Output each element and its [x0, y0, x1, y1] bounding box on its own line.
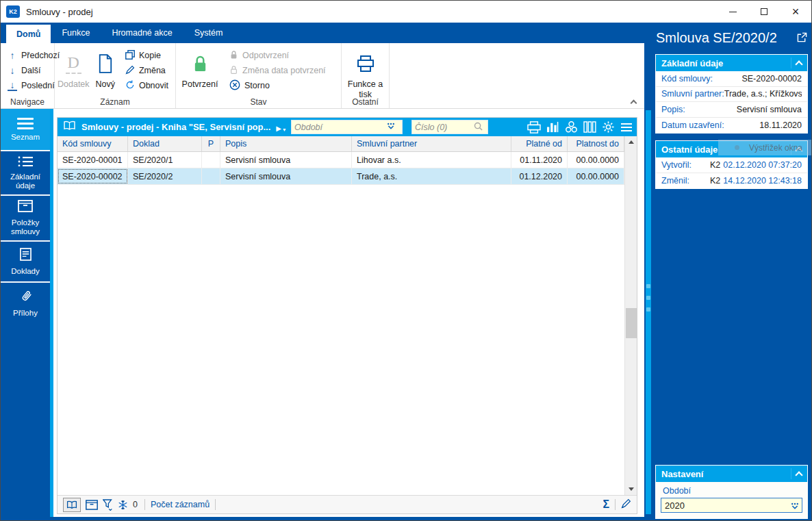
cell-kod[interactable]: SE-2020-00002 — [58, 168, 128, 184]
section-title: Základní údaje — [661, 58, 791, 68]
printer-icon — [357, 50, 375, 77]
dropdown-dots-icon[interactable] — [386, 121, 396, 134]
snowflake-icon[interactable] — [118, 500, 128, 510]
scroll-down-button[interactable] — [625, 483, 637, 495]
splitter-dot — [646, 307, 650, 312]
cell-p[interactable] — [202, 168, 220, 184]
cell-doklad[interactable]: SE/2020/2 — [128, 168, 202, 184]
refresh-label: Obnovit — [139, 81, 168, 90]
columns-icon[interactable] — [582, 120, 597, 135]
copy-label: Kopie — [139, 51, 161, 60]
refresh-button[interactable]: Obnovit — [121, 78, 173, 93]
table-row[interactable]: SE-2020-00001 SE/2020/1 Servisní smlouva… — [58, 152, 637, 168]
period-input[interactable] — [661, 498, 802, 513]
print-icon[interactable] — [526, 120, 542, 135]
minimize-button[interactable] — [717, 1, 748, 23]
field-row: Popis: Servisní smlouva — [656, 102, 807, 118]
scroll-up-button[interactable] — [625, 136, 637, 148]
cell-popis[interactable]: Servisní smlouva — [220, 168, 352, 184]
search-icon[interactable] — [474, 121, 483, 134]
collapse-ribbon-button[interactable] — [628, 97, 639, 107]
next-label: Další — [21, 66, 40, 75]
field-label: Datum uzavření: — [661, 120, 724, 130]
book-view-button[interactable] — [63, 498, 81, 512]
open-external-icon[interactable] — [797, 30, 807, 46]
close-button[interactable]: × — [780, 1, 811, 23]
cell-platne-od[interactable]: 01.12.2020 — [511, 168, 568, 184]
pencil-icon — [125, 65, 135, 77]
frozen-count: 0 — [133, 500, 138, 509]
period-filter-input[interactable] — [292, 120, 386, 134]
sidebar-item-doklady[interactable]: Doklady — [1, 242, 50, 283]
chart-icon[interactable] — [545, 120, 560, 135]
field-label: Vytvořil: — [661, 160, 692, 170]
table-row-selected[interactable]: SE-2020-00002 SE/2020/2 Servisní smlouva… — [58, 168, 637, 185]
menu-icon[interactable] — [619, 120, 634, 135]
book-select-button[interactable]: ▶ ▾ — [276, 121, 281, 134]
storno-button[interactable]: Storno — [225, 78, 330, 93]
maximize-button[interactable] — [748, 1, 780, 23]
play-icon: ▶ — [276, 125, 281, 132]
grid-toolbar: Smlouvy - prodej - Kniha "SE, Servisní p… — [58, 118, 637, 136]
records-count-label: Počet záznamů — [151, 500, 210, 509]
filter-button[interactable] — [103, 499, 113, 511]
column-header-doklad[interactable]: Doklad — [128, 136, 202, 151]
column-header-platnost-do[interactable]: Platnost do — [568, 136, 624, 151]
collapse-icon[interactable] — [795, 60, 802, 68]
k2-logo-icon: K2 — [6, 5, 20, 18]
tab-system[interactable]: Systém — [183, 23, 234, 43]
cell-platnost-do[interactable]: 00.00.0000 — [568, 152, 624, 168]
edit-pencil-button[interactable] — [621, 498, 631, 511]
copy-button[interactable]: Kopie — [121, 48, 173, 63]
column-header-smluvni-partner[interactable]: Smluvní partner — [352, 136, 511, 151]
vertical-scrollbar[interactable] — [624, 136, 637, 495]
column-header-kod-smlouvy[interactable]: Kód smlouvy — [58, 136, 128, 151]
contracts-grid: Smlouvy - prodej - Kniha "SE, Servisní p… — [57, 117, 637, 514]
dodatek-icon: D — [66, 53, 81, 74]
tab-domu[interactable]: Domů — [6, 25, 51, 43]
tab-hromadne-akce[interactable]: Hromadné akce — [101, 23, 183, 43]
collapse-icon[interactable] — [795, 471, 802, 479]
period-filter — [291, 120, 403, 134]
cell-partner[interactable]: Trade, a.s. — [352, 168, 511, 184]
number-filter-input[interactable] — [412, 120, 474, 134]
section-header[interactable]: Základní údaje — [656, 55, 807, 71]
lock-outline-icon — [229, 65, 238, 77]
edit-button[interactable]: Změna — [121, 63, 173, 78]
caret-down-icon: ▾ — [283, 127, 286, 133]
cell-kod[interactable]: SE-2020-00001 — [58, 152, 128, 168]
section-header[interactable]: Nastavení — [656, 466, 807, 482]
tab-funkce[interactable]: Funkce — [51, 23, 101, 43]
dodatek-button[interactable]: D Dodatek — [58, 46, 90, 90]
sidebar-item-seznam[interactable]: Seznam — [1, 109, 50, 151]
new-button[interactable]: Nový — [90, 46, 121, 90]
gear-icon[interactable] — [600, 120, 616, 135]
dropdown-dots-icon[interactable] — [790, 501, 800, 513]
scrollbar-thumb[interactable] — [626, 308, 637, 338]
sidebar-item-prilohy[interactable]: Přílohy — [1, 283, 50, 324]
cell-doklad[interactable]: SE/2020/1 — [128, 152, 202, 168]
cell-platnost-do[interactable]: 00.00.0000 — [568, 168, 624, 184]
column-header-p[interactable]: P — [202, 136, 220, 151]
column-header-platne-od[interactable]: Platné od — [511, 136, 568, 151]
divider — [791, 468, 791, 479]
column-header-popis[interactable]: Popis — [220, 136, 352, 151]
functions-print-button[interactable]: Funkce a tisk — [344, 46, 386, 100]
sidebar-item-zakladni-udaje[interactable]: Základní údaje — [1, 151, 50, 196]
cell-partner[interactable]: Lihovar a.s. — [352, 152, 511, 168]
box-view-button[interactable] — [86, 500, 98, 510]
sum-button[interactable]: Σ — [602, 498, 609, 511]
unconfirm-button[interactable]: Odpotvrzení — [225, 48, 330, 63]
automation-icon[interactable] — [563, 120, 579, 135]
grid-title: Smlouvy - prodej - Kniha "SE, Servisní p… — [81, 122, 270, 132]
grid-empty-area — [58, 185, 637, 495]
field-label: Změnil: — [661, 176, 689, 186]
field-row: Datum uzavření: 18.11.2020 — [656, 118, 807, 134]
cell-platne-od[interactable]: 01.11.2020 — [511, 152, 568, 168]
cell-popis[interactable]: Servisní smlouva — [220, 152, 352, 168]
change-confirm-date-button[interactable]: Změna data potvrzení — [225, 63, 330, 78]
panel-splitter[interactable] — [646, 110, 651, 514]
cell-p[interactable] — [202, 152, 220, 168]
confirm-button[interactable]: Potvrzení — [179, 46, 221, 90]
sidebar-item-polozky-smlouvy[interactable]: Položky smlouvy — [1, 196, 50, 242]
